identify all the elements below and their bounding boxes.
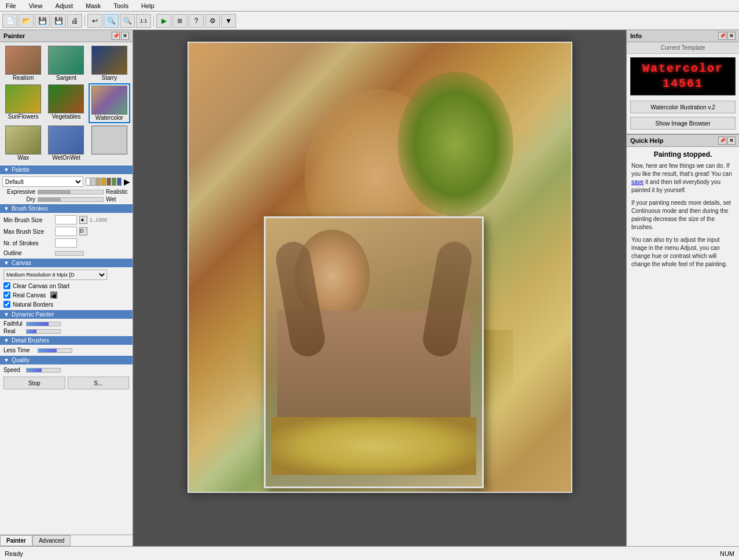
tab-painter[interactable]: Painter [0, 535, 32, 546]
speed-label: Speed [3, 367, 24, 373]
palette-arrow[interactable]: ▶ [124, 177, 130, 186]
painter-panel-title: Painter [3, 32, 25, 39]
canvas-resolution-select[interactable]: Medium Resolution 6 Mpix [D [3, 270, 107, 280]
show-image-browser-button[interactable]: Show Image Browser [630, 117, 736, 130]
info-close-button[interactable]: ✕ [727, 32, 736, 40]
outline-slider[interactable] [55, 251, 84, 256]
quality-collapse[interactable]: ▼ [3, 357, 9, 363]
statusbar-right: NUM [720, 550, 734, 557]
detail-brushes-section: ▼ Detail Brushes [0, 336, 133, 345]
undo-button[interactable]: ↩ [87, 14, 102, 28]
max-brush-input[interactable]: 800 [55, 227, 77, 236]
palette-dropdown[interactable]: Default [2, 176, 83, 187]
template-empty [89, 124, 130, 162]
canvas-section: ▼ Canvas [0, 259, 133, 267]
zoom-reset-button[interactable]: 1:1 [136, 14, 151, 28]
close-panel-button[interactable]: ✕ [121, 32, 129, 40]
dynamic-painter-collapse[interactable]: ▼ [3, 311, 9, 318]
background-foliage [398, 72, 513, 216]
exp-real-slider[interactable] [38, 190, 104, 194]
outline-label: Outline [3, 250, 53, 256]
quick-help-pin-button[interactable]: 📌 [718, 137, 726, 145]
template-version-button[interactable]: Watercolor Illustration v.2 [630, 101, 736, 113]
save-button[interactable]: 💾 [35, 14, 50, 28]
info-panel-title: Info [630, 32, 642, 39]
quick-help-para3: You can also try to adjust the input ima… [627, 234, 739, 271]
min-brush-input[interactable]: 160 [55, 215, 77, 224]
template-grid: Realism Sargent Starry SunFlowers Vegeta… [0, 42, 133, 164]
min-brush-up[interactable]: ▲ [79, 216, 87, 224]
menu-tools[interactable]: Tools [110, 1, 132, 10]
template-sunflowers[interactable]: SunFlowers [2, 83, 44, 123]
template-wax-img [5, 126, 41, 154]
zoom-out-button[interactable]: 🔍 [120, 14, 135, 28]
new-button[interactable]: 📄 [2, 14, 17, 28]
palette-row: Default ▶ [0, 175, 133, 188]
print-button[interactable]: 🖨 [67, 14, 82, 28]
real-canvas-check[interactable] [3, 292, 10, 299]
template-watercolor-label: Watercolor [95, 115, 123, 121]
menu-help[interactable]: Help [138, 1, 158, 10]
start-button-panel[interactable]: S... [68, 377, 130, 389]
real-slider[interactable] [26, 329, 61, 334]
pin-button[interactable]: 📌 [112, 32, 120, 40]
quick-help-close-button[interactable]: ✕ [727, 137, 736, 145]
template-realism-label: Realism [13, 75, 34, 81]
extra-button[interactable]: ▼ [221, 14, 236, 28]
brush-strokes-section: ▼ Brush Strokes [0, 204, 133, 213]
nr-strokes-label: Nr. of Strokes [3, 240, 53, 246]
toolbar-separator-1 [84, 15, 85, 27]
faithful-label: Faithful [3, 320, 24, 327]
expressive-label: Expressive [3, 189, 35, 195]
template-wax-label: Wax [17, 154, 29, 161]
play-button[interactable]: ▶ [156, 14, 171, 28]
detail-brushes-collapse[interactable]: ▼ [3, 337, 9, 344]
current-template-label: Current Template [627, 42, 739, 54]
nr-strokes-input[interactable]: 2850 [55, 238, 77, 248]
speed-slider[interactable] [26, 368, 61, 373]
info-pin-button[interactable]: 📌 [718, 32, 726, 40]
clear-canvas-check[interactable] [3, 282, 10, 289]
natural-borders-check[interactable] [3, 301, 10, 308]
template-sunflowers-label: SunFlowers [8, 113, 39, 120]
swatch-brown [106, 178, 111, 186]
save-as-button[interactable]: 💾 [51, 14, 66, 28]
max-brush-btn[interactable]: D [79, 227, 87, 235]
menu-file[interactable]: File [2, 1, 20, 10]
save-link[interactable]: save [631, 179, 644, 185]
stop-button[interactable]: ⏹ [172, 14, 187, 28]
template-sargent[interactable]: Sargent [45, 45, 87, 82]
menu-mask[interactable]: Mask [82, 1, 104, 10]
real-canvas-btn[interactable]: ◀ [50, 292, 57, 299]
template-realism[interactable]: Realism [2, 45, 44, 82]
template-watercolor[interactable]: Watercolor [89, 83, 130, 123]
stop-button-panel[interactable]: Stop [3, 377, 65, 389]
less-time-slider[interactable] [38, 348, 72, 353]
help-button[interactable]: ? [189, 14, 204, 28]
template-wax[interactable]: Wax [2, 124, 44, 162]
settings-button[interactable]: ⚙ [205, 14, 220, 28]
faithful-row: Faithful [0, 320, 133, 327]
photo-content [266, 218, 482, 487]
open-button[interactable]: 📂 [19, 14, 34, 28]
template-name-line1: Watercolor [634, 61, 731, 76]
zoom-in-button[interactable]: 🔍 [104, 14, 119, 28]
template-vegetables[interactable]: Vegetables [45, 83, 87, 123]
dry-wet-slider[interactable] [38, 197, 104, 202]
dry-wet-slider-row: Dry Wet [0, 196, 133, 203]
less-time-label: Less Time [3, 347, 35, 353]
real-canvas-row: Real Canvas ◀ [0, 290, 133, 300]
photo-flowers [271, 417, 476, 475]
brush-strokes-collapse[interactable]: ▼ [3, 205, 9, 212]
template-wetonwet[interactable]: WetOnWet [45, 124, 87, 162]
menu-view[interactable]: View [25, 1, 46, 10]
menu-adjust[interactable]: Adjust [52, 1, 76, 10]
canvas-area[interactable] [133, 30, 626, 546]
canvas-collapse[interactable]: ▼ [3, 260, 9, 266]
wet-label: Wet [106, 196, 129, 202]
real-canvas-label: Real Canvas [13, 292, 46, 299]
tab-advanced[interactable]: Advanced [32, 535, 71, 546]
faithful-slider[interactable] [26, 322, 61, 326]
template-starry[interactable]: Starry [89, 45, 130, 82]
palette-collapse[interactable]: ▼ [3, 167, 9, 173]
